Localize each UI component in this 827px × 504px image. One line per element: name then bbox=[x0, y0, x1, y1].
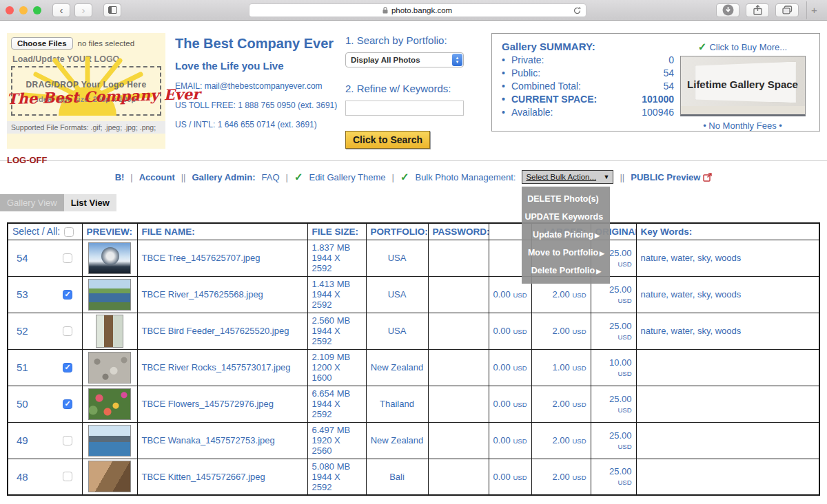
file-name-link[interactable]: TBCE Wanaka_1457572753.jpeg bbox=[142, 435, 275, 445]
summary-list: Gallery SUMMARY: • Private: 0 • Public: … bbox=[502, 41, 674, 131]
company-name: The Best Company Ever bbox=[175, 36, 344, 52]
row-checkbox[interactable] bbox=[63, 253, 72, 263]
photo-thumbnail[interactable] bbox=[96, 315, 123, 348]
page-body: Choose Files no files selected Load/Upda… bbox=[0, 21, 827, 504]
photo-thumbnail[interactable] bbox=[88, 388, 131, 420]
row-select-cell: 51 bbox=[8, 349, 82, 386]
logo-dropzone[interactable]: DRAG/DROP Your Logo Here ideal logo size… bbox=[11, 66, 161, 116]
nav-account-link[interactable]: Account bbox=[139, 172, 175, 182]
public-preview-link[interactable]: PUBLIC Preview bbox=[631, 172, 712, 182]
downloads-button[interactable] bbox=[716, 3, 739, 17]
bulk-menu-item[interactable]: Move to Portfolio▶ bbox=[522, 244, 610, 262]
bullet-icon: • bbox=[502, 94, 511, 105]
row-checkbox[interactable] bbox=[63, 472, 72, 481]
bulk-menu-item[interactable]: Delete Portfolio▶ bbox=[522, 262, 610, 280]
company-phone-intl: US / INT'L: 1 646 655 0714 (ext. 3691) bbox=[175, 120, 344, 129]
nav-separator: | bbox=[130, 172, 132, 182]
buy-more-link[interactable]: ✓ Click to Buy More... bbox=[698, 41, 787, 53]
file-name-link[interactable]: TBCE Kitten_1457572667.jpeg bbox=[142, 472, 265, 482]
back-button[interactable]: ‹ bbox=[52, 3, 70, 17]
row-password-cell bbox=[428, 349, 489, 386]
new-tab-button[interactable]: + bbox=[806, 1, 821, 19]
log-off-link[interactable]: LOG-OFF bbox=[7, 155, 48, 165]
table-header-row: Select / All: PREVIEW: FILE NAME: FILE S… bbox=[8, 223, 819, 240]
file-name-link[interactable]: TBCE River_1457625568.jpeg bbox=[142, 289, 263, 300]
close-window-button[interactable] bbox=[6, 6, 14, 14]
share-button[interactable] bbox=[746, 3, 769, 17]
bulk-action-dropdown[interactable]: Select Bulk Action... ▼ bbox=[522, 170, 613, 184]
row-preview-cell bbox=[82, 459, 137, 495]
currency-unit: USD bbox=[572, 437, 586, 445]
company-tagline: Love the Life you Live bbox=[175, 60, 344, 72]
bulk-action-menu: DELETE Photo(s)▶ UPDATE Keywords▶ Update… bbox=[522, 187, 610, 284]
bulk-menu-item-label: Update Pricing bbox=[533, 230, 593, 240]
row-number: 48 bbox=[17, 471, 28, 483]
row-checkbox[interactable] bbox=[63, 436, 72, 445]
file-name-link[interactable]: TBCE River Rocks_1457573017.jpeg bbox=[142, 362, 291, 372]
row-filename-cell: TBCE Bird Feeder_1457625520.jpeg bbox=[137, 313, 307, 349]
currency-unit: USD bbox=[617, 443, 631, 450]
minimize-window-button[interactable] bbox=[19, 6, 28, 14]
larger-price: 2.00 bbox=[553, 472, 570, 482]
check-icon: ✓ bbox=[294, 171, 303, 183]
url-text: photo.bangk.com bbox=[391, 6, 452, 14]
search-step2-label: 2. Refine w/ Keywords: bbox=[345, 83, 483, 94]
select-all-checkbox[interactable] bbox=[64, 227, 74, 237]
submenu-arrow-icon: ▶ bbox=[595, 232, 600, 239]
file-name-link[interactable]: TBCE Bird Feeder_1457625520.jpeg bbox=[142, 326, 289, 336]
row-filesize-cell: 5.080 MB 1944 X 2592 bbox=[307, 459, 366, 495]
supported-formats-text: Supported File Formats: .gif; .jpeg; .jp… bbox=[7, 121, 165, 134]
nav-separator: || bbox=[181, 172, 186, 182]
sidebar-button[interactable] bbox=[103, 3, 121, 17]
nav-b-link[interactable]: B! bbox=[115, 172, 125, 182]
forward-button[interactable]: › bbox=[74, 3, 92, 17]
row-web-price-cell: 0.00 USD bbox=[489, 349, 531, 386]
row-checkbox[interactable] bbox=[63, 399, 72, 409]
summary-label: Available: bbox=[511, 107, 631, 118]
row-checkbox[interactable] bbox=[63, 326, 72, 336]
photo-thumbnail[interactable] bbox=[88, 352, 131, 384]
row-original-price-cell: 25.00 USD bbox=[591, 386, 636, 422]
file-size: 1.413 MB bbox=[312, 279, 362, 289]
bulk-menu-item[interactable]: DELETE Photo(s)▶ bbox=[522, 190, 610, 208]
photo-thumbnail[interactable] bbox=[88, 461, 131, 492]
keywords-input[interactable] bbox=[345, 101, 464, 116]
row-original-price-cell: 25.00 USD bbox=[591, 313, 636, 349]
file-name-link[interactable]: TBCE Flowers_1457572976.jpeg bbox=[142, 399, 274, 409]
header-keywords: Key Words: bbox=[636, 223, 819, 240]
choose-files-button[interactable]: Choose Files bbox=[11, 37, 73, 50]
reload-icon[interactable] bbox=[573, 6, 582, 15]
currency-unit: USD bbox=[617, 297, 631, 304]
table-row: 54 TBCE Tree_1457625707.jpeg 1.837 MB 19… bbox=[8, 240, 819, 276]
row-keywords-cell bbox=[636, 422, 819, 459]
bulk-menu-item-label: Delete Portfolio bbox=[531, 266, 595, 275]
row-original-price-cell: 10.00 USD bbox=[591, 349, 636, 386]
row-filesize-cell: 2.560 MB 1944 X 2592 bbox=[307, 313, 366, 349]
search-button[interactable]: Click to Search bbox=[345, 131, 430, 149]
tab-gallery-view[interactable]: Gallery View bbox=[0, 194, 64, 211]
sidebar-icon bbox=[108, 6, 117, 14]
row-checkbox[interactable] bbox=[63, 363, 72, 372]
nav-edit-theme-link[interactable]: Edit Gallery Theme bbox=[309, 172, 385, 182]
original-price: 25.00 bbox=[609, 321, 632, 331]
bulk-menu-item[interactable]: UPDATE Keywords▶ bbox=[522, 208, 610, 226]
web-price: 0.00 bbox=[493, 362, 511, 372]
nav-faq-link[interactable]: FAQ bbox=[261, 172, 279, 182]
tab-overview-button[interactable] bbox=[775, 3, 799, 17]
bulk-menu-item[interactable]: Update Pricing▶ bbox=[522, 226, 610, 244]
summary-value: 101000 bbox=[631, 94, 674, 105]
tab-list-view[interactable]: List View bbox=[64, 194, 116, 211]
back-icon: ‹ bbox=[60, 5, 63, 15]
zoom-window-button[interactable] bbox=[33, 6, 41, 14]
photo-thumbnail[interactable] bbox=[88, 242, 131, 274]
row-checkbox[interactable] bbox=[63, 290, 72, 300]
gallery-space-image[interactable]: Lifetime Gallery Space bbox=[680, 56, 806, 116]
address-bar[interactable]: photo.bangk.com bbox=[249, 3, 586, 17]
file-name-link[interactable]: TBCE Tree_1457625707.jpeg bbox=[142, 253, 261, 263]
photo-thumbnail[interactable] bbox=[88, 425, 131, 456]
row-select-cell: 49 bbox=[8, 422, 82, 459]
photo-thumbnail[interactable] bbox=[88, 279, 131, 311]
row-password-cell bbox=[428, 240, 489, 276]
portfolio-select[interactable]: Display All Photos ▲ ▼ bbox=[345, 52, 464, 67]
company-email: EMAIL: mail@thebestcompanyever.com bbox=[175, 81, 344, 91]
